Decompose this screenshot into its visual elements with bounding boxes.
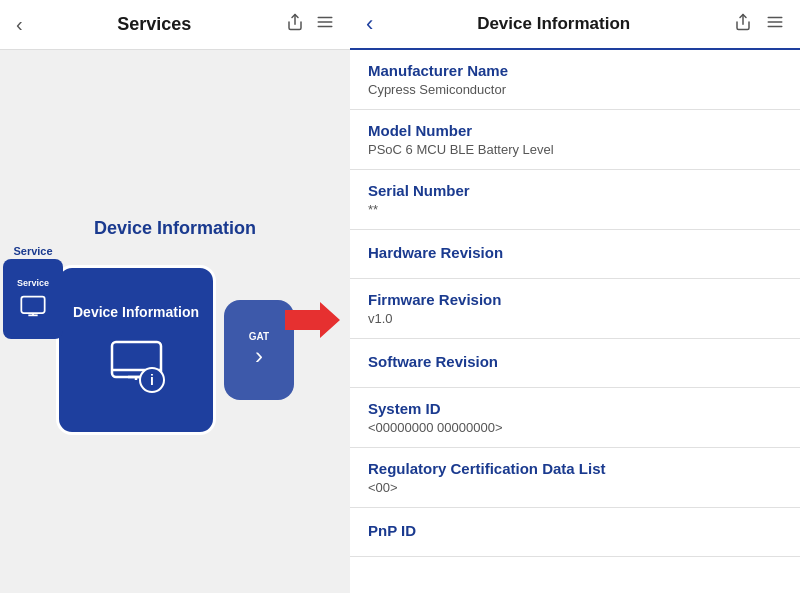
info-label: System ID — [368, 400, 782, 417]
right-share-icon[interactable] — [734, 13, 752, 35]
device-info-icon: i — [104, 332, 169, 397]
service-side-area: Service Service — [0, 245, 66, 339]
left-header-icons — [286, 13, 334, 36]
gat-card-label: GAT — [249, 331, 269, 342]
info-item: Regulatory Certification Data List<00> — [350, 448, 800, 508]
info-item: Manufacturer NameCypress Semiconductor — [350, 50, 800, 110]
svg-marker-13 — [285, 302, 340, 338]
carousel: Device Information i GAT › — [20, 265, 330, 435]
left-header-title: Services — [23, 14, 286, 35]
services-area: Service Service Device Information Devic… — [0, 50, 350, 593]
center-card-title: Device Information — [65, 304, 207, 320]
right-header-title: Device Information — [373, 14, 734, 34]
right-back-button[interactable]: ‹ — [366, 11, 373, 37]
info-item: System ID<00000000 00000000> — [350, 388, 800, 448]
info-item: PnP ID — [350, 508, 800, 557]
info-item: Model NumberPSoC 6 MCU BLE Battery Level — [350, 110, 800, 170]
info-label: Serial Number — [368, 182, 782, 199]
carousel-title: Device Information — [94, 218, 256, 238]
device-information-card[interactable]: Device Information i — [56, 265, 216, 435]
info-label: Regulatory Certification Data List — [368, 460, 782, 477]
info-label: Hardware Revision — [368, 244, 782, 261]
arrow-container — [285, 300, 340, 344]
info-value: ** — [368, 202, 782, 217]
carousel-title-container: Device Information — [94, 218, 256, 239]
info-item: Software Revision — [350, 339, 800, 388]
info-label: PnP ID — [368, 522, 782, 539]
service-side-card[interactable]: Service — [3, 259, 63, 339]
info-value: PSoC 6 MCU BLE Battery Level — [368, 142, 782, 157]
right-menu-icon[interactable] — [766, 13, 784, 35]
right-header-icons — [734, 13, 784, 35]
service-side-card-icon — [19, 292, 47, 320]
service-side-label: Service — [13, 245, 52, 257]
right-arrow-icon — [285, 300, 340, 340]
left-menu-icon[interactable] — [316, 13, 334, 36]
left-header: ‹ Services — [0, 0, 350, 50]
info-item: Firmware Revisionv1.0 — [350, 279, 800, 339]
gat-chevron-icon: › — [255, 342, 263, 370]
right-content: Manufacturer NameCypress SemiconductorMo… — [350, 50, 800, 593]
info-item: Serial Number** — [350, 170, 800, 230]
right-header: ‹ Device Information — [350, 0, 800, 50]
info-item: Hardware Revision — [350, 230, 800, 279]
svg-rect-4 — [21, 297, 44, 313]
left-back-button[interactable]: ‹ — [16, 13, 23, 36]
info-label: Manufacturer Name — [368, 62, 782, 79]
left-share-icon[interactable] — [286, 13, 304, 36]
info-value: <00> — [368, 480, 782, 495]
info-label: Firmware Revision — [368, 291, 782, 308]
info-value: <00000000 00000000> — [368, 420, 782, 435]
service-side-card-label: Service — [17, 278, 49, 288]
right-panel: ‹ Device Information Manufacturer NameC — [350, 0, 800, 593]
info-label: Model Number — [368, 122, 782, 139]
left-panel: ‹ Services Service — [0, 0, 350, 593]
gat-card[interactable]: GAT › — [224, 300, 294, 400]
info-label: Software Revision — [368, 353, 782, 370]
svg-text:i: i — [150, 372, 154, 388]
info-value: Cypress Semiconductor — [368, 82, 782, 97]
info-value: v1.0 — [368, 311, 782, 326]
